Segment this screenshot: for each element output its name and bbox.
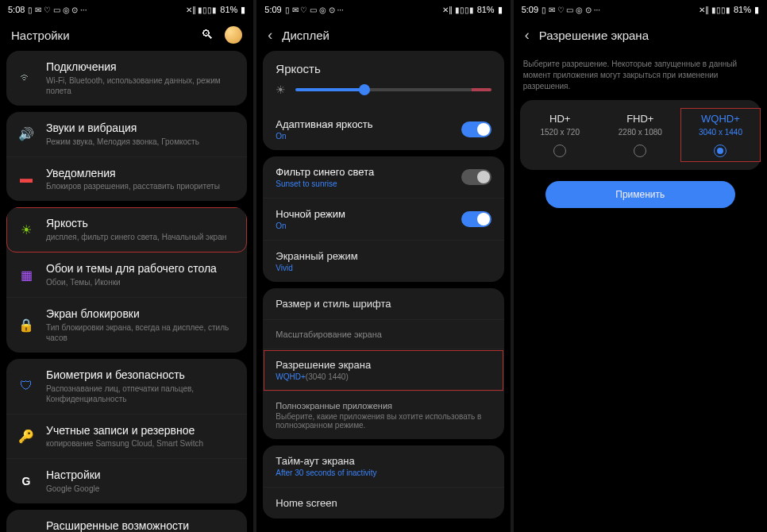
settings-panel: 5:08 ▯ ✉ ♡ ▭ ◎ ⊙ ··· ✕‖ ▮▯▯▮ 81% ▮ Настр… (0, 0, 253, 532)
display-panel: 5:09 ▯ ✉ ♡ ▭ ◎ ⊙ ··· ✕‖ ▮▯▯▮ 81% ▮ ‹ Дис… (256, 0, 510, 532)
toggle-night[interactable] (461, 211, 491, 227)
row-home-screen[interactable]: Home screen (263, 488, 503, 519)
row-night-mode[interactable]: Ночной режим On (263, 199, 503, 241)
row-lockscreen[interactable]: 🔒 Экран блокировки Тип блокировки экрана… (6, 298, 247, 353)
status-time: 5:09 (264, 5, 281, 14)
row-google[interactable]: G Настройки Google Google (6, 459, 247, 503)
brightness-icon: ☀ (17, 221, 35, 238)
brightness-section-title: Яркость (263, 51, 503, 83)
wifi-icon: ᯤ (17, 69, 35, 87)
resolution-description: Выберите разрешение. Некоторые запущенны… (514, 51, 767, 100)
gear-icon: ⚙ (17, 529, 35, 532)
status-battery: 81% (220, 5, 237, 14)
lock-icon: 🔒 (17, 316, 35, 333)
row-wallpaper[interactable]: ▦ Обои и темы для рабочего стола Обои, Т… (6, 253, 247, 298)
row-brightness[interactable]: ☀ Яркость дисплея, фильтр синего света, … (6, 207, 247, 253)
status-battery: 81% (477, 5, 495, 14)
row-resolution[interactable]: Разрешение экрана WQHD+(3040 1440) (263, 349, 503, 391)
resolution-header: ‹ Разрешение экрана (514, 19, 767, 51)
apply-button[interactable]: Применить (545, 181, 735, 208)
back-icon[interactable]: ‹ (525, 27, 530, 44)
resolution-option-hd[interactable]: HD+ 1520 x 720 (520, 108, 600, 162)
row-fullscreen-apps[interactable]: Полноэкранные приложения Выберите, какие… (263, 391, 503, 439)
back-icon[interactable]: ‹ (268, 27, 272, 44)
resolution-panel: 5:09 ▯ ✉ ♡ ▭ ◎ ⊙ ··· ✕‖ ▮▯▯▮ 81% ▮ ‹ Раз… (514, 0, 767, 532)
search-icon[interactable]: 🔍︎ (201, 28, 214, 42)
key-icon: 🔑 (17, 427, 35, 445)
page-title: Дисплей (282, 29, 330, 42)
settings-header: Настройки 🔍︎ (0, 19, 253, 51)
slider-thumb[interactable] (359, 84, 370, 95)
page-title: Разрешение экрана (539, 29, 649, 42)
row-blue-filter[interactable]: Фильтр синего света Sunset to sunrise (263, 156, 503, 199)
radio-wqhd[interactable] (714, 145, 727, 157)
sun-icon: ☀ (276, 83, 286, 96)
status-bar: 5:09 ▯ ✉ ♡ ▭ ◎ ⊙ ··· ✕‖ ▮▯▯▮ 81% ▮ (514, 0, 767, 19)
display-list[interactable]: Яркость ☀ Адаптивная яркость On Фильтр с… (256, 51, 510, 532)
sound-icon: 🔊 (17, 125, 35, 143)
row-accounts[interactable]: 🔑 Учетные записи и резервное копирование… (6, 414, 247, 460)
resolution-options: HD+ 1520 x 720 FHD+ 2280 x 1080 WQHD+ 30… (520, 100, 761, 170)
status-bar: 5:08 ▯ ✉ ♡ ▭ ◎ ⊙ ··· ✕‖ ▮▯▯▮ 81% ▮ (0, 0, 253, 19)
resolution-option-fhd[interactable]: FHD+ 2280 x 1080 (600, 108, 680, 162)
radio-hd[interactable] (553, 145, 566, 157)
display-header: ‹ Дисплей (256, 19, 510, 51)
row-screen-scaling[interactable]: Масштабирование экрана (263, 320, 503, 349)
row-connections[interactable]: ᯤ Подключения Wi-Fi, Bluetooth, использо… (6, 51, 247, 106)
row-sounds[interactable]: 🔊 Звуки и вибрация Режим звука, Мелодия … (6, 112, 247, 157)
row-timeout[interactable]: Тайм-аут экрана After 30 seconds of inac… (263, 445, 503, 488)
row-screen-mode[interactable]: Экранный режим Vivid (263, 241, 503, 282)
status-time: 5:09 (522, 5, 538, 14)
google-icon: G (17, 472, 35, 490)
row-advanced[interactable]: ⚙ Расширенные возможности BixbyРутины, д… (6, 510, 247, 532)
radio-fhd[interactable] (634, 145, 646, 157)
status-time: 5:08 (8, 5, 25, 14)
settings-list[interactable]: ᯤ Подключения Wi-Fi, Bluetooth, использо… (0, 51, 253, 532)
row-adaptive-brightness[interactable]: Адаптивная яркость On (263, 109, 503, 150)
brightness-slider[interactable] (295, 88, 491, 91)
row-font-size[interactable]: Размер и стиль шрифта (263, 288, 503, 320)
toggle-bluefilter[interactable] (461, 169, 491, 185)
resolution-option-wqhd[interactable]: WQHD+ 3040 x 1440 (680, 108, 761, 162)
row-notifications[interactable]: ▬ Уведомления Блокиров разрешения, расст… (6, 157, 247, 202)
status-battery: 81% (734, 5, 751, 14)
toggle-adaptive[interactable] (461, 121, 491, 137)
wallpaper-icon: ▦ (17, 266, 35, 283)
notification-icon: ▬ (17, 170, 35, 187)
status-bar: 5:09 ▯ ✉ ♡ ▭ ◎ ⊙ ··· ✕‖ ▮▯▯▮ 81% ▮ (256, 0, 510, 19)
shield-icon: 🛡 (17, 377, 35, 395)
row-biometrics[interactable]: 🛡 Биометрия и безопасность Распознавание… (6, 359, 247, 414)
profile-avatar[interactable] (225, 26, 242, 44)
page-title: Настройки (11, 29, 70, 42)
